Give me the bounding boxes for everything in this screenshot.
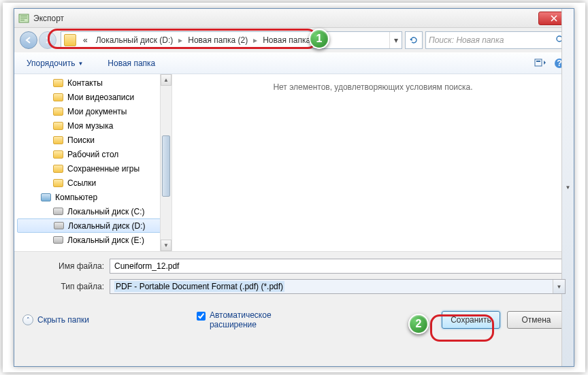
empty-message: Нет элементов, удовлетворяющих условиям … xyxy=(273,82,472,92)
folder-icon xyxy=(52,106,63,117)
scrollbar[interactable]: ▲ ▼ xyxy=(160,74,172,251)
folder-icon xyxy=(52,78,63,88)
new-folder-label: Новая папка xyxy=(108,59,155,68)
chevron-right-icon: ▸ xyxy=(177,35,184,45)
tree-item-label: Поиски xyxy=(67,135,95,145)
filename-label: Имя файла: xyxy=(22,261,110,271)
scroll-down-button[interactable]: ▼ xyxy=(161,240,172,251)
nav-bar: « Локальный диск (D:) ▸ Новая папка (2) … xyxy=(14,28,574,52)
organize-menu[interactable]: Упорядочить ▼ xyxy=(21,56,88,71)
bottom-panel: Имя файла: Cuneiform_12.pdf ▼ Тип файла:… xyxy=(14,251,574,304)
save-label: Сохранить xyxy=(451,315,491,325)
folder-icon xyxy=(52,135,63,146)
filename-value: Cuneiform_12.pdf xyxy=(114,261,179,271)
tree-item-label: Локальный диск (E:) xyxy=(67,235,144,245)
tree-item[interactable]: Локальный диск (D:) xyxy=(17,218,169,233)
hide-folders-label: Скрыть папки xyxy=(37,315,89,325)
svg-rect-3 xyxy=(20,20,24,20)
scroll-up-button[interactable]: ▲ xyxy=(161,74,172,86)
tree-item[interactable]: Локальный диск (C:) xyxy=(14,204,172,218)
tree-item[interactable]: Компьютер xyxy=(14,190,172,204)
tree-item-label: Компьютер xyxy=(55,193,97,202)
chevron-up-icon: ˄ xyxy=(22,314,33,325)
auto-ext-check[interactable] xyxy=(197,312,206,321)
drive-icon xyxy=(53,221,64,231)
folder-icon xyxy=(52,149,63,160)
tree-item-label: Мои документы xyxy=(67,107,127,116)
window-title: Экспорт xyxy=(33,14,538,23)
app-icon xyxy=(18,13,29,24)
breadcrumb-item[interactable]: Локальный диск (D:) xyxy=(92,35,178,45)
cancel-button[interactable]: Отмена xyxy=(507,311,566,329)
drive-icon xyxy=(52,235,63,246)
dialog-window: Экспорт « Локальный диск (D:) ▸ Новая па… xyxy=(14,8,574,367)
chevron-right-icon: ▸ xyxy=(252,35,259,45)
tree-item[interactable]: Рабочий стол xyxy=(14,147,172,161)
breadcrumb-item[interactable]: Новая папка (2) xyxy=(184,35,252,45)
cancel-label: Отмена xyxy=(521,315,551,325)
folder-tree: КонтактыМои видеозаписиМои документыМоя … xyxy=(14,74,172,251)
footer: ˄ Скрыть папки Автоматическое расширение… xyxy=(14,304,574,336)
svg-rect-2 xyxy=(20,18,27,18)
tree-item[interactable]: Контакты xyxy=(14,76,172,90)
breadcrumb-item[interactable]: Новая папка xyxy=(259,35,314,45)
folder-icon xyxy=(52,178,63,189)
svg-rect-6 xyxy=(536,61,540,62)
search-placeholder: Поиск: Новая папка xyxy=(429,35,504,45)
tree-item-label: Локальный диск (D:) xyxy=(68,221,146,231)
tree-item[interactable]: Мои видеозаписи xyxy=(14,90,172,104)
tree-item-label: Локальный диск (C:) xyxy=(67,207,145,216)
folder-icon xyxy=(64,34,76,46)
folder-icon xyxy=(52,163,63,174)
tree-item[interactable]: Поиски xyxy=(14,133,172,147)
tree-item-label: Ссылки xyxy=(67,178,96,188)
toolbar: Упорядочить ▼ Новая папка ? xyxy=(14,52,574,74)
scroll-thumb[interactable] xyxy=(162,135,170,197)
annotation-badge-2: 2 xyxy=(408,314,429,334)
tree-item[interactable]: Ссылки xyxy=(14,176,172,190)
tree-item-label: Сохраненные игры xyxy=(67,164,140,174)
content-area: КонтактыМои видеозаписиМои документыМоя … xyxy=(14,74,574,251)
file-list[interactable]: Нет элементов, удовлетворяющих условиям … xyxy=(172,74,574,251)
chevron-down-icon[interactable]: ▼ xyxy=(553,280,565,293)
svg-rect-5 xyxy=(535,59,542,66)
address-dropdown[interactable]: ▾ xyxy=(389,32,402,48)
drive-icon xyxy=(52,206,63,217)
refresh-button[interactable] xyxy=(405,31,423,49)
search-input[interactable]: Поиск: Новая папка xyxy=(425,31,568,49)
tree-item[interactable]: Мои документы xyxy=(14,104,172,118)
chevron-down-icon: ▼ xyxy=(78,61,83,67)
folder-icon xyxy=(52,120,63,131)
titlebar: Экспорт xyxy=(14,9,574,28)
annotation-badge-1: 1 xyxy=(309,29,329,49)
filetype-label: Тип файла: xyxy=(22,282,110,291)
tree-item-label: Рабочий стол xyxy=(67,150,118,159)
back-button[interactable] xyxy=(20,31,37,49)
organize-label: Упорядочить xyxy=(27,59,75,68)
filetype-select[interactable]: PDF - Portable Document Format (.pdf) (*… xyxy=(110,279,566,294)
tree-item[interactable]: Сохраненные игры xyxy=(14,161,172,176)
new-folder-button[interactable]: Новая папка xyxy=(102,56,161,71)
tree-item-label: Контакты xyxy=(67,78,103,88)
svg-rect-1 xyxy=(20,16,27,16)
filename-input[interactable]: Cuneiform_12.pdf ▼ xyxy=(110,259,566,274)
auto-extension-checkbox[interactable]: Автоматическое расширение xyxy=(197,310,284,329)
tree-item-label: Моя музыка xyxy=(67,121,113,131)
chevron-down-icon[interactable]: ▼ xyxy=(561,9,574,366)
auto-ext-label: Автоматическое расширение xyxy=(210,310,284,329)
folder-icon xyxy=(52,92,63,103)
forward-button[interactable] xyxy=(39,31,56,49)
hide-folders-link[interactable]: ˄ Скрыть папки xyxy=(22,314,89,325)
breadcrumb-prefix: « xyxy=(79,35,92,45)
save-button[interactable]: Сохранить xyxy=(442,311,500,329)
view-options-button[interactable] xyxy=(533,56,548,71)
computer-icon xyxy=(40,192,51,203)
tree-item-label: Мои видеозаписи xyxy=(67,93,134,102)
address-bar[interactable]: « Локальный диск (D:) ▸ Новая папка (2) … xyxy=(61,31,402,49)
filetype-value: PDF - Portable Document Format (.pdf) (*… xyxy=(114,281,284,292)
tree-item[interactable]: Моя музыка xyxy=(14,118,172,133)
tree-item[interactable]: Локальный диск (E:) xyxy=(14,233,172,247)
